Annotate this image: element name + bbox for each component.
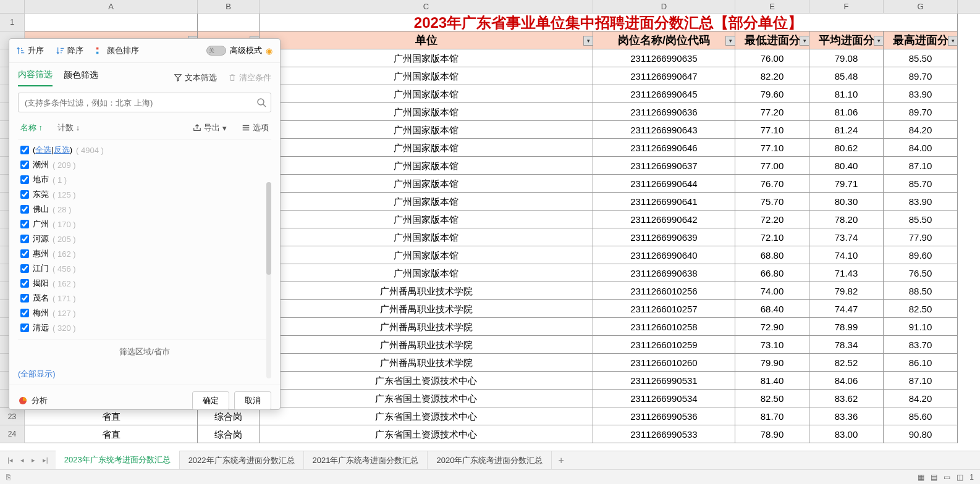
sort-descending-button[interactable]: 降序	[56, 45, 83, 56]
cell[interactable]: 广州番禺职业技术学院	[260, 282, 593, 300]
cell[interactable]: 83.62	[809, 390, 884, 407]
cell[interactable]: 2311266990638	[593, 264, 735, 282]
cell[interactable]: 77.10	[735, 139, 809, 157]
cell[interactable]: 2311266990536	[593, 407, 735, 425]
filter-dropdown-d[interactable]: ▾	[725, 36, 735, 46]
col-header-b[interactable]: B	[198, 0, 260, 13]
cell[interactable]: 73.10	[735, 336, 809, 354]
cell[interactable]: 80.62	[809, 139, 884, 157]
cell[interactable]: 83.00	[809, 425, 884, 443]
cell[interactable]: 74.10	[809, 246, 884, 264]
select-all-checkbox[interactable]	[20, 146, 29, 154]
sort-ascending-button[interactable]: 升序	[17, 45, 44, 56]
cell[interactable]: 81.40	[735, 372, 809, 390]
view-pagebreak-icon[interactable]: ▭	[944, 473, 950, 482]
cell[interactable]: 83.70	[884, 336, 958, 354]
cell[interactable]: 85.50	[884, 49, 958, 67]
row-number[interactable]: 24	[0, 425, 25, 443]
filter-item-checkbox[interactable]	[20, 323, 29, 332]
cell[interactable]: 66.80	[735, 264, 809, 282]
cell[interactable]: 广州番禺职业技术学院	[260, 336, 593, 354]
cell[interactable]: 广州国家版本馆	[260, 49, 593, 67]
cell[interactable]: 广州国家版本馆	[260, 103, 593, 121]
col-header-d[interactable]: D	[593, 0, 735, 13]
color-sort-button[interactable]: 颜色排序	[96, 45, 139, 56]
clear-filter-button[interactable]: 清空条件	[228, 72, 271, 83]
cell[interactable]: 81.24	[809, 121, 884, 139]
cell[interactable]: 73.74	[809, 228, 884, 246]
cell[interactable]: 2311266990639	[593, 228, 735, 246]
cell[interactable]: 78.20	[809, 211, 884, 228]
cell[interactable]: 79.60	[735, 85, 809, 103]
cell[interactable]: 省直	[25, 425, 198, 443]
cell[interactable]: 广州国家版本馆	[260, 139, 593, 157]
cell[interactable]: 广州国家版本馆	[260, 211, 593, 228]
col-header-e[interactable]: E	[735, 0, 809, 13]
cell[interactable]: 81.70	[735, 407, 809, 425]
cell[interactable]: 广州国家版本馆	[260, 264, 593, 282]
options-button[interactable]: 选项	[242, 122, 269, 133]
cell[interactable]: 68.80	[735, 246, 809, 264]
cell[interactable]: 78.90	[735, 425, 809, 443]
cell[interactable]: 81.06	[809, 103, 884, 121]
ok-button[interactable]: 确定	[192, 391, 229, 410]
cell[interactable]: 83.36	[809, 407, 884, 425]
filter-dropdown-e[interactable]: ▾	[800, 36, 809, 46]
cell[interactable]: 88.50	[884, 282, 958, 300]
cell[interactable]: 90.80	[884, 425, 958, 443]
cell[interactable]: 75.70	[735, 193, 809, 211]
sheet-nav-first[interactable]: |◂	[5, 455, 15, 465]
cell[interactable]: 77.20	[735, 103, 809, 121]
cell[interactable]: 广州番禺职业技术学院	[260, 300, 593, 318]
filter-dropdown-c[interactable]: ▾	[583, 36, 593, 46]
sheet-tab-2022[interactable]: 2022年广东统考进面分数汇总	[180, 451, 304, 470]
cell[interactable]: 83.90	[884, 85, 958, 103]
analyze-button[interactable]: 分析	[18, 395, 48, 406]
tab-color-filter[interactable]: 颜色筛选	[64, 70, 98, 86]
filter-item-checkbox[interactable]	[20, 190, 29, 199]
cell[interactable]: 广州国家版本馆	[260, 85, 593, 103]
select-all-corner[interactable]	[0, 0, 25, 13]
zoom-value[interactable]: 1	[969, 473, 974, 482]
filter-value-list[interactable]: (全选|反选) ( 4904 ) 潮州 ( 209 ) 地市 ( 1 ) 东莞 …	[18, 140, 271, 337]
filter-item-checkbox[interactable]	[20, 220, 29, 228]
cell[interactable]: 广东省国土资源技术中心	[260, 407, 593, 425]
title-cell[interactable]: 2023年广东省事业单位集中招聘进面分数汇总【部分单位】	[260, 14, 958, 31]
show-all-link[interactable]: (全部显示)	[18, 369, 56, 378]
filter-item-checkbox[interactable]	[20, 235, 29, 243]
cell[interactable]: 广州国家版本馆	[260, 175, 593, 193]
cell[interactable]: 广州国家版本馆	[260, 157, 593, 175]
cell[interactable]: 2311266990636	[593, 103, 735, 121]
cell[interactable]: 广州国家版本馆	[260, 246, 593, 264]
cell[interactable]: 85.70	[884, 175, 958, 193]
cell[interactable]: 87.10	[884, 372, 958, 390]
cell[interactable]: 77.10	[735, 121, 809, 139]
cell[interactable]: 84.06	[809, 372, 884, 390]
col-header-c[interactable]: C	[260, 0, 593, 13]
cell[interactable]: 79.82	[809, 282, 884, 300]
cell[interactable]: 74.47	[809, 300, 884, 318]
filter-item-checkbox[interactable]	[20, 205, 29, 214]
header-avg[interactable]: 平均进面分	[809, 31, 884, 49]
cell-b1[interactable]	[198, 14, 260, 31]
cell[interactable]: 2311266010260	[593, 354, 735, 372]
cell[interactable]: 2311266990635	[593, 49, 735, 67]
cell[interactable]: 2311266990641	[593, 193, 735, 211]
cell[interactable]: 89.60	[884, 246, 958, 264]
cell[interactable]: 85.60	[884, 407, 958, 425]
cell[interactable]: 77.90	[884, 228, 958, 246]
tab-content-filter[interactable]: 内容筛选	[18, 69, 53, 86]
cell[interactable]: 广东省国土资源技术中心	[260, 390, 593, 407]
cell[interactable]: 2311266990645	[593, 85, 735, 103]
cell[interactable]: 84.00	[884, 139, 958, 157]
cell[interactable]: 广州国家版本馆	[260, 193, 593, 211]
filter-dropdown-f[interactable]: ▾	[874, 36, 884, 46]
cell[interactable]: 72.20	[735, 211, 809, 228]
col-header-f[interactable]: F	[809, 0, 884, 13]
cell[interactable]: 2311266010256	[593, 282, 735, 300]
export-button[interactable]: 导出 ▾	[193, 122, 227, 133]
cell[interactable]: 84.20	[884, 121, 958, 139]
filter-item-checkbox[interactable]	[20, 175, 29, 184]
cell[interactable]: 82.50	[884, 300, 958, 318]
cell[interactable]: 2311266990534	[593, 390, 735, 407]
